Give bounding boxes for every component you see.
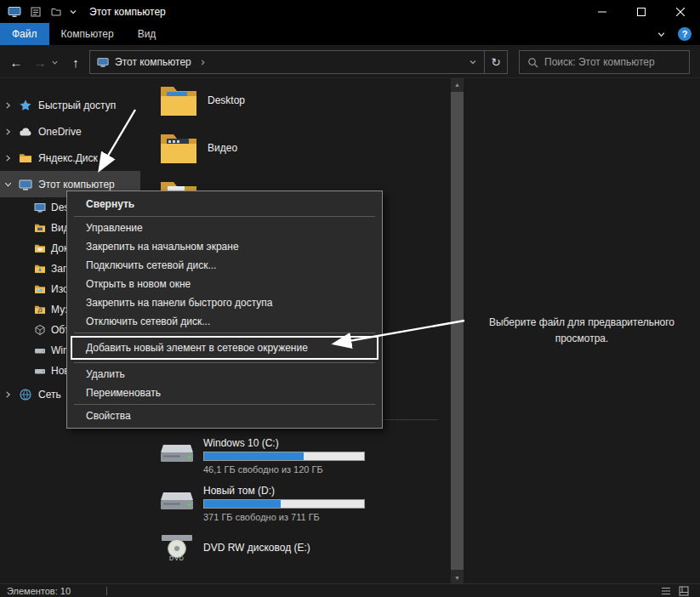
search-box[interactable] (519, 50, 690, 74)
tab-file[interactable]: Файл (0, 23, 49, 45)
menu-item-manage[interactable]: Управление (67, 219, 382, 237)
menu-item-disconnect-network-drive[interactable]: Отключить сетевой диск... (67, 312, 382, 331)
scroll-up-icon[interactable]: ▲ (451, 78, 464, 90)
hard-drive-icon (159, 437, 195, 468)
menu-item-open-in-new-window[interactable]: Открыть в новом окне (67, 275, 382, 293)
menu-separator (74, 404, 375, 405)
drive-tile-c[interactable]: Windows 10 (C:) 46,1 ГБ свободно из 120 … (159, 437, 365, 475)
menu-item-properties[interactable]: Свойства (67, 407, 382, 425)
chevron-right-icon[interactable] (4, 390, 12, 398)
help-icon[interactable]: ? (678, 27, 691, 41)
sidebar-item-label: Этот компьютер (38, 179, 115, 190)
address-bar[interactable]: Этот компьютер ↻ (89, 50, 508, 74)
menu-separator (74, 216, 375, 217)
sidebar-item-label: Яндекс.Диск (38, 152, 98, 164)
window-controls (583, 0, 700, 23)
items-count: Элементов: 10 (7, 586, 71, 596)
network-icon (19, 388, 32, 401)
desktop-icon (34, 202, 46, 213)
dvd-drive-icon: DVD (159, 532, 195, 563)
maximize-button[interactable] (622, 0, 661, 23)
status-bar: Элементов: 10 (0, 583, 700, 597)
tab-view[interactable]: Вид (126, 23, 168, 45)
video-folder-icon (159, 131, 198, 165)
drive-tile-e[interactable]: DVD DVD RW дисковод (E:) (159, 532, 310, 563)
refresh-button[interactable]: ↻ (485, 51, 507, 73)
menu-item-pin-to-start[interactable]: Закрепить на начальном экране (67, 237, 382, 256)
search-input[interactable] (544, 56, 680, 68)
breadcrumb[interactable]: Этот компьютер (115, 56, 191, 68)
scroll-down-icon[interactable]: ▼ (451, 571, 464, 583)
close-icon (676, 8, 685, 16)
menu-item-map-network-drive[interactable]: Подключить сетевой диск... (67, 256, 382, 275)
chevron-right-icon[interactable] (4, 154, 12, 162)
tab-computer[interactable]: Компьютер (49, 23, 126, 45)
thumbnails-view-icon[interactable] (679, 586, 689, 596)
details-view-icon[interactable] (661, 586, 671, 596)
sidebar-item-label: OneDrive (38, 126, 82, 138)
star-icon (19, 99, 32, 112)
folder-icon (159, 83, 198, 117)
vertical-scrollbar[interactable]: ▲ ▼ (451, 78, 464, 583)
recent-locations-icon[interactable] (48, 51, 61, 73)
video-folder-icon (34, 222, 46, 234)
customize-quick-access-icon[interactable] (69, 8, 77, 16)
chevron-right-icon[interactable] (4, 101, 12, 109)
sidebar-item-onedrive[interactable]: OneDrive (0, 118, 140, 145)
menu-item-delete[interactable]: Удалить (67, 365, 382, 384)
new-folder-icon[interactable] (50, 6, 62, 18)
sidebar-item-label: Быстрый доступ (38, 100, 116, 111)
folder-name: Desktop (208, 94, 245, 106)
folder-name: Видео (208, 142, 237, 154)
preview-pane: Выберите файл для предварительного просм… (464, 78, 700, 583)
chevron-down-icon[interactable] (4, 180, 12, 188)
3d-objects-icon (34, 324, 46, 336)
scrollbar-thumb[interactable] (451, 92, 464, 570)
hard-drive-icon (159, 485, 195, 515)
search-icon (527, 57, 538, 68)
menu-separator (74, 362, 375, 363)
context-menu: Свернуть Управление Закрепить на начальн… (66, 190, 383, 429)
dvd-icon-label: DVD (159, 555, 195, 561)
sidebar-item-yandex-disk[interactable]: Яндекс.Диск (0, 145, 140, 171)
menu-item-add-network-location[interactable]: Добавить новый элемент в сетевое окружен… (71, 336, 378, 360)
drive-name: Новый том (D:) (203, 485, 365, 498)
navigation-toolbar: ← → ↑ Этот компьютер ↻ (0, 45, 700, 78)
sidebar-item-quick-access[interactable]: Быстрый доступ (0, 92, 140, 118)
music-folder-icon (34, 304, 46, 316)
drive-name: DVD RW дисковод (E:) (203, 542, 310, 554)
menu-item-rename[interactable]: Переименовать (67, 384, 382, 402)
drive-icon (34, 365, 46, 377)
minimize-icon (598, 8, 606, 16)
maximize-icon (637, 8, 646, 16)
ribbon-expand-icon[interactable] (657, 30, 666, 39)
close-button[interactable] (661, 0, 700, 23)
ribbon: Файл Компьютер Вид ? (0, 23, 700, 45)
drive-free-space: 371 ГБ свободно из 711 ГБ (203, 512, 365, 522)
up-button[interactable]: ↑ (65, 51, 87, 73)
back-button[interactable]: ← (5, 51, 27, 73)
preview-message: Выберите файл для предварительного просм… (475, 315, 689, 583)
drive-tile-d[interactable]: Новый том (D:) 371 ГБ свободно из 711 ГБ (159, 485, 365, 522)
titlebar: Этот компьютер (0, 0, 700, 23)
breadcrumb-pc-icon (97, 56, 109, 68)
menu-item-collapse[interactable]: Свернуть (67, 194, 382, 214)
minimize-button[interactable] (583, 0, 622, 23)
downloads-folder-icon (34, 263, 46, 275)
menu-item-pin-to-quick-access[interactable]: Закрепить на панели быстрого доступа (67, 293, 382, 312)
window-title: Этот компьютер (89, 6, 166, 18)
documents-folder-icon (34, 242, 46, 254)
folder-tile-videos[interactable]: Видео (159, 128, 237, 168)
drive-free-space: 46,1 ГБ свободно из 120 ГБ (203, 464, 365, 475)
menu-separator (74, 333, 375, 333)
pictures-folder-icon (34, 283, 46, 295)
folder-icon (19, 151, 32, 165)
properties-icon[interactable] (30, 6, 42, 18)
folder-tile-desktop[interactable]: Desktop (159, 80, 245, 121)
address-dropdown-icon[interactable] (462, 51, 484, 73)
chevron-right-icon[interactable] (4, 128, 12, 135)
this-pc-icon (19, 178, 32, 191)
breadcrumb-chevron-icon[interactable] (199, 59, 207, 66)
drive-name: Windows 10 (C:) (203, 437, 365, 450)
drive-icon (34, 344, 46, 356)
